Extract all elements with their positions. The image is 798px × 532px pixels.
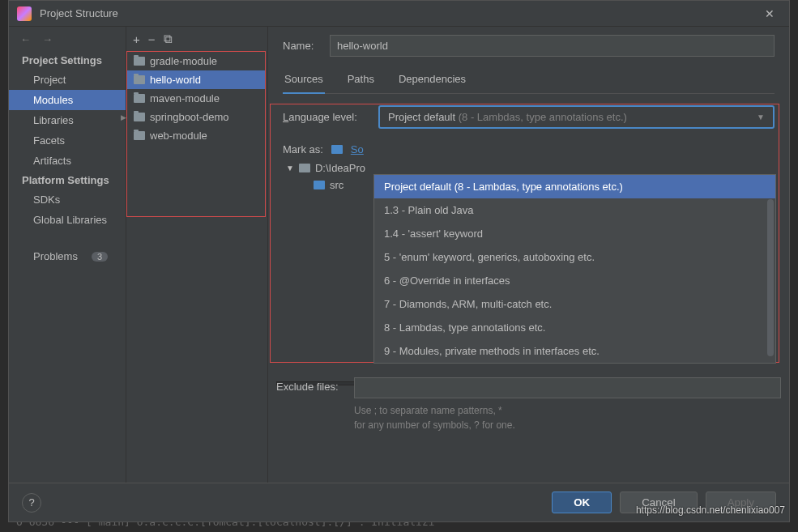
back-arrow-icon[interactable]: ←	[20, 33, 31, 45]
section-platform-settings: Platform Settings	[9, 171, 126, 189]
option-project-default[interactable]: Project default (8 - Lambdas, type annot…	[374, 175, 775, 198]
option-1-3[interactable]: 1.3 - Plain old Java	[374, 198, 775, 222]
dropdown-scrollbar[interactable]	[767, 199, 774, 356]
left-sidebar: ← → Project Settings Project Modules Lib…	[9, 27, 126, 483]
expand-arrow-icon[interactable]: ▶	[121, 113, 126, 121]
option-9[interactable]: 9 - Modules, private methods in interfac…	[374, 339, 775, 363]
sidebar-item-libraries[interactable]: Libraries	[9, 110, 126, 130]
help-button[interactable]: ?	[22, 493, 41, 513]
option-8[interactable]: 8 - Lambdas, type annotations etc.	[374, 316, 775, 339]
option-6[interactable]: 6 - @Override in interfaces	[374, 269, 775, 292]
sidebar-item-artifacts[interactable]: Artifacts	[9, 151, 126, 171]
detail-tabs: Sources Paths Dependencies	[283, 68, 775, 94]
module-toolbar: + − ⧉	[126, 27, 267, 51]
sidebar-item-global-libraries[interactable]: Global Libraries	[9, 210, 126, 230]
problems-badge: 3	[92, 252, 108, 262]
ok-button[interactable]: OK	[552, 492, 612, 513]
tab-paths[interactable]: Paths	[346, 68, 376, 93]
language-level-label: Language level:	[283, 111, 370, 123]
mark-as-row: Mark as: So	[283, 143, 775, 155]
module-list: gradle-module hello-world maven-module ▶…	[126, 51, 266, 217]
project-structure-dialog: Project Structure ✕ ← → Project Settings…	[8, 0, 790, 522]
exclude-files-input[interactable]	[354, 377, 781, 398]
module-item-hello-world[interactable]: hello-world	[127, 70, 265, 89]
content-root-row[interactable]: ▼ D:\IdeaPro	[283, 162, 775, 174]
exclude-files-label: Exclude files:	[276, 377, 346, 432]
add-module-icon[interactable]: +	[133, 32, 140, 46]
exclude-hint: Use ; to separate name patterns, * for a…	[354, 403, 781, 432]
module-item-web[interactable]: web-module	[127, 126, 265, 145]
sidebar-item-facets[interactable]: Facets	[9, 130, 126, 151]
mark-as-label: Mark as:	[283, 143, 323, 155]
mark-sources-label[interactable]: So	[351, 143, 364, 155]
folder-icon	[134, 131, 145, 140]
option-1-4[interactable]: 1.4 - 'assert' keyword	[374, 222, 775, 245]
folder-icon	[134, 113, 145, 121]
copy-module-icon[interactable]: ⧉	[164, 32, 173, 46]
module-item-gradle[interactable]: gradle-module	[127, 52, 265, 70]
nav-arrows: ← →	[9, 27, 126, 51]
folder-icon	[134, 75, 145, 84]
close-icon[interactable]: ✕	[758, 4, 781, 23]
module-name-input[interactable]	[330, 35, 775, 57]
dialog-title: Project Structure	[40, 7, 758, 19]
detail-panel: Name: Sources Paths Dependencies Languag…	[268, 27, 789, 483]
sidebar-item-problems[interactable]: Problems 3	[9, 246, 126, 266]
remove-module-icon[interactable]: −	[148, 32, 156, 46]
option-5[interactable]: 5 - 'enum' keyword, generics, autoboxing…	[374, 245, 775, 269]
folder-icon	[134, 57, 145, 66]
folder-icon	[134, 94, 145, 103]
folder-icon	[299, 164, 310, 172]
option-7[interactable]: 7 - Diamonds, ARM, multi-catch etc.	[374, 292, 775, 316]
language-level-options: Project default (8 - Lambdas, type annot…	[373, 174, 776, 364]
dialog-content: ← → Project Settings Project Modules Lib…	[9, 27, 789, 483]
module-list-panel: + − ⧉ gradle-module hello-world maven-mo…	[126, 27, 268, 483]
tab-dependencies[interactable]: Dependencies	[397, 68, 467, 93]
tab-sources[interactable]: Sources	[283, 68, 325, 93]
sidebar-item-project[interactable]: Project	[9, 70, 126, 90]
section-project-settings: Project Settings	[9, 51, 126, 70]
module-item-springboot[interactable]: ▶springboot-demo	[127, 108, 265, 126]
name-label: Name:	[283, 40, 322, 52]
language-level-dropdown[interactable]: Project default (8 - Lambdas, type annot…	[378, 105, 775, 129]
source-folder-icon	[314, 181, 325, 189]
sidebar-item-sdks[interactable]: SDKs	[9, 189, 126, 210]
sidebar-item-modules[interactable]: Modules	[9, 90, 126, 110]
watermark: https://blog.csdn.net/chenlixiao007	[636, 504, 785, 516]
tree-expand-icon[interactable]: ▼	[286, 164, 294, 172]
name-row: Name:	[283, 35, 775, 57]
module-item-maven[interactable]: maven-module	[127, 89, 265, 108]
app-icon	[17, 6, 32, 21]
language-level-row: Language level: Project default (8 - Lam…	[283, 105, 775, 129]
forward-arrow-icon[interactable]: →	[42, 33, 53, 45]
sources-mark-icon[interactable]	[331, 145, 343, 154]
title-bar: Project Structure ✕	[9, 1, 789, 27]
chevron-down-icon: ▼	[757, 113, 765, 121]
exclude-files-row: Exclude files: Use ; to separate name pa…	[276, 377, 781, 432]
